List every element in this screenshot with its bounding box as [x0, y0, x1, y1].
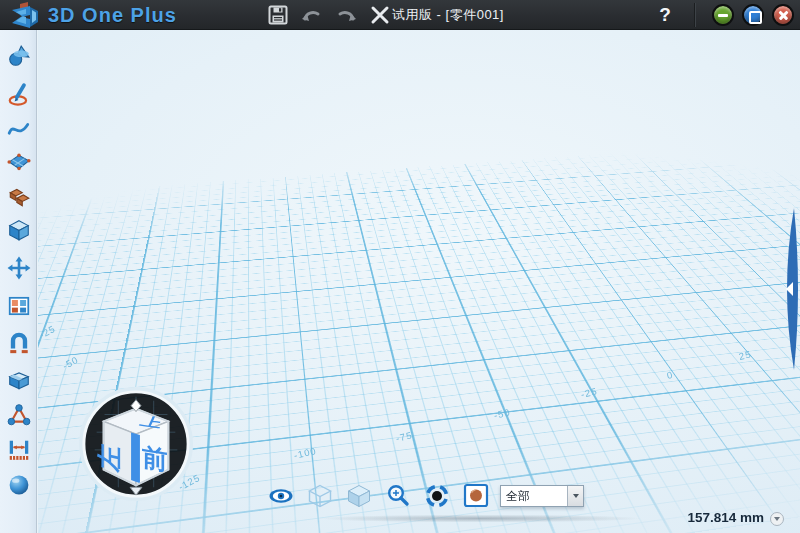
sidebar-item-pattern[interactable]: [5, 292, 32, 319]
right-panel-handle[interactable]: [778, 206, 800, 372]
primitive-shapes-icon: [7, 44, 31, 68]
chevron-down-icon: [774, 517, 780, 521]
shaded-cube-icon: [345, 483, 373, 509]
visibility-button[interactable]: [266, 483, 296, 509]
solid-cube-icon: [7, 218, 31, 242]
sidebar-item-magnet[interactable]: [5, 329, 32, 356]
wireframe-view-button[interactable]: [305, 483, 335, 509]
app-logo-icon: [8, 2, 42, 29]
sidebar-item-solid[interactable]: [5, 216, 32, 243]
undo-button[interactable]: [300, 3, 324, 27]
view-toolbar: 全部: [266, 482, 584, 510]
sidebar-item-surface[interactable]: [5, 149, 32, 176]
sidebar-item-extract[interactable]: [5, 366, 32, 393]
move-arrows-icon: [7, 256, 31, 280]
magnifier-icon: [385, 483, 411, 509]
zoom-button[interactable]: [383, 483, 413, 509]
shaded-view-button[interactable]: [344, 483, 374, 509]
save-icon: [268, 5, 288, 25]
filter-dropdown-value: 全部: [501, 488, 567, 505]
tool-sidebar: »: [0, 30, 37, 533]
eye-icon: [266, 485, 296, 507]
redo-icon: [335, 6, 357, 24]
document-title: 试用版 - [零件001]: [392, 0, 504, 30]
measure-ruler-icon: [7, 438, 31, 462]
toolbar-shadow: [256, 513, 704, 524]
maximize-button[interactable]: [742, 4, 764, 26]
close-window-button[interactable]: [772, 4, 794, 26]
close-document-button[interactable]: [368, 3, 392, 27]
measurement-unit-dropdown[interactable]: [770, 512, 784, 526]
filter-dropdown-button[interactable]: [567, 486, 583, 506]
sidebar-item-combine[interactable]: [5, 182, 32, 209]
material-sphere-icon: [7, 473, 31, 497]
sketch-pen-icon: [7, 83, 31, 107]
titlebar-separator: [694, 3, 695, 27]
sidebar-item-material[interactable]: [5, 471, 32, 498]
measurement-readout: 157.814 mm: [687, 510, 764, 525]
app-window: 3D One Plus: [0, 0, 800, 533]
title-bar: 3D One Plus: [0, 0, 800, 30]
sidebar-item-primitives[interactable]: [5, 42, 32, 69]
view-cube-highlight-edge: [131, 432, 140, 483]
sidebar-item-move[interactable]: [5, 254, 32, 281]
surface-mesh-icon: [7, 151, 31, 175]
filter-dropdown[interactable]: 全部: [500, 485, 584, 507]
help-button[interactable]: ?: [652, 0, 678, 30]
app-logo: 3D One Plus: [8, 1, 177, 29]
view-cube[interactable]: 上 左 前: [77, 385, 195, 503]
sidebar-item-measure[interactable]: [5, 436, 32, 463]
view-cube-front-label[interactable]: 前: [141, 443, 168, 475]
close-document-icon: [370, 5, 390, 25]
app-logo-text: 3D One Plus: [48, 4, 177, 27]
titlebar-toolbar: [266, 0, 392, 30]
open-box-icon: [7, 368, 31, 392]
assembly-nodes-icon: [7, 403, 31, 427]
selection-filter-icon: [462, 483, 490, 509]
minimize-button[interactable]: [712, 4, 734, 26]
magnet-icon: [7, 331, 31, 355]
window-controls: [712, 4, 794, 26]
sidebar-item-curve[interactable]: [5, 116, 32, 143]
chevron-down-icon: [573, 494, 579, 498]
save-button[interactable]: [266, 3, 290, 27]
wireframe-cube-icon: [306, 483, 334, 509]
spline-curve-icon: [7, 118, 31, 142]
sidebar-item-sketch[interactable]: [5, 81, 32, 108]
pattern-array-icon: [7, 294, 31, 318]
sidebar-item-assembly[interactable]: [5, 401, 32, 428]
redo-button[interactable]: [334, 3, 358, 27]
combine-blocks-icon: [7, 184, 31, 208]
selection-filter-button[interactable]: [461, 483, 491, 509]
orbit-aperture-icon: [423, 482, 451, 510]
viewport-canvas[interactable]: -100 -75 -50 -25 0 25 -25 -50 -125 上 左 前: [38, 30, 800, 533]
orbit-camera-button[interactable]: [422, 483, 452, 509]
undo-icon: [301, 6, 323, 24]
